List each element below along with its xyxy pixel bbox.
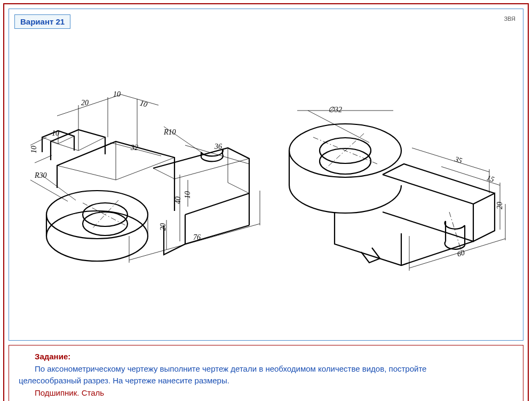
dim-10-mid: 10: [184, 191, 192, 199]
svg-line-16: [57, 95, 121, 116]
task-body: По аксонометрическому чертежу выполните …: [19, 363, 513, 387]
dim-10-left2: 10: [30, 146, 38, 153]
task-title: Задание:: [35, 351, 513, 363]
dim-20-top: 20: [81, 99, 89, 107]
dim-40: 40: [174, 196, 182, 204]
dim-r30: R30: [35, 171, 47, 180]
watermark: ЗВЯ: [504, 15, 515, 22]
task-line2: целесообразный разрез. На чертеже нанеси…: [19, 376, 229, 385]
dim-36: 36: [215, 143, 222, 151]
task-box: Задание: По аксонометрическому чертежу в…: [9, 345, 523, 401]
variant-badge: Вариант 21: [14, 14, 70, 29]
dim-20-bottom: 20: [159, 223, 168, 231]
svg-line-27: [129, 224, 260, 260]
task-line1: По аксонометрическому чертежу выполните …: [35, 364, 426, 373]
dim-76: 76: [193, 233, 201, 242]
dim-32: 32: [131, 144, 138, 152]
svg-line-33: [35, 155, 52, 163]
dim-20-right: 20: [496, 202, 504, 209]
dim-10-top: 10: [113, 90, 121, 99]
svg-line-30: [30, 180, 68, 201]
svg-point-36: [320, 148, 371, 174]
svg-line-32: [30, 137, 46, 145]
document-frame: Вариант 21 ЗВЯ: [3, 3, 529, 401]
svg-line-45: [412, 148, 489, 172]
right-isometric-drawing: [276, 92, 511, 284]
dim-phi32: ∅32: [328, 105, 342, 114]
svg-line-42: [449, 212, 462, 252]
svg-point-5: [83, 212, 128, 235]
dim-r10: R10: [164, 128, 176, 137]
drawing-area: Вариант 21 ЗВЯ: [9, 9, 523, 341]
dim-10-left: 10: [52, 129, 59, 138]
task-part-material: Подшипник. Сталь: [35, 387, 513, 399]
svg-point-1: [46, 211, 148, 261]
left-isometric-drawing: [25, 84, 265, 276]
